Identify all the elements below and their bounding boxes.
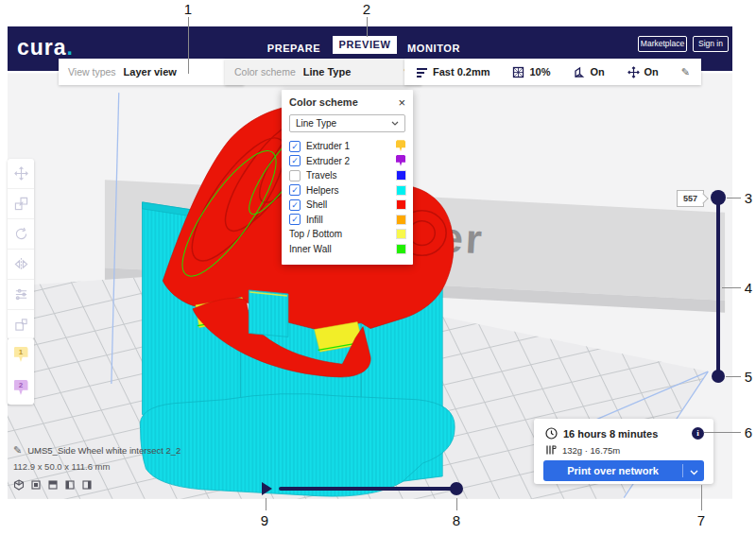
rotate-tool-icon [14, 227, 28, 241]
model-cube [249, 290, 288, 337]
mirror-tool-button[interactable] [8, 249, 34, 279]
model-name: UMS5_Side Wheel white intersect 2_2 [27, 445, 180, 456]
view-3d-icon [13, 479, 25, 491]
material-spool-icon [545, 444, 557, 456]
popup-row-extruder2: ✓ Extruder 2 [289, 154, 405, 169]
move-tool-button[interactable] [8, 159, 34, 188]
travels-checkbox[interactable] [289, 170, 301, 181]
rotate-tool-button[interactable] [8, 218, 34, 249]
view-right-icon [81, 479, 93, 491]
helpers-checkbox[interactable]: ✓ [289, 184, 301, 196]
scale-tool-icon [14, 197, 28, 211]
layer-slider-upper-handle[interactable] [711, 190, 726, 205]
infill-icon [512, 66, 524, 78]
callout-1: 1 [184, 1, 192, 17]
extruder-1-drop-icon: 1 [14, 347, 28, 364]
extruder-panel: 1 2 [8, 338, 34, 405]
shell-label: Shell [306, 199, 391, 210]
callout-3: 3 [745, 190, 752, 206]
inner-wall-swatch [397, 245, 405, 253]
callout-4: 4 [745, 280, 752, 296]
callout-9-line [266, 498, 266, 510]
popup-row-extruder1: ✓ Extruder 1 [289, 139, 405, 154]
top-bottom-label: Top / Bottom [289, 229, 391, 239]
edit-settings-pencil-icon[interactable]: ✎ [681, 66, 690, 78]
callout-6-line [704, 432, 741, 433]
print-settings-card[interactable]: Fast 0.2mm 10% On On ✎ [404, 59, 701, 85]
layer-number-label: 557 [677, 190, 704, 207]
mirror-tool-icon [14, 257, 28, 271]
tool-panel [8, 159, 34, 339]
popup-title: Color scheme [289, 96, 398, 108]
scale-tool-button[interactable] [8, 188, 34, 218]
extruder2-checkbox[interactable]: ✓ [289, 155, 301, 166]
shell-checkbox[interactable]: ✓ [289, 199, 301, 211]
print-job-panel: 16 hours 8 minutes 132g · 16.75m i Print… [534, 419, 713, 484]
view-types-label: View types [68, 66, 116, 78]
material-usage: 132g · 16.75m [562, 445, 620, 456]
callout-1-line [188, 17, 189, 74]
simulation-slider-handle[interactable] [450, 482, 463, 495]
extruder-2-drop-icon: 2 [14, 380, 28, 397]
layer-slider-track[interactable] [716, 198, 720, 376]
color-scheme-card[interactable]: Color scheme Line Type ✎ [225, 59, 421, 85]
support-blocker-tool-button[interactable] [8, 309, 34, 339]
marketplace-button[interactable]: Marketplace [638, 36, 687, 52]
helpers-label: Helpers [306, 185, 391, 196]
view-front-button[interactable] [30, 479, 42, 491]
top-bottom-swatch [397, 230, 405, 238]
infill-swatch [397, 216, 405, 224]
simulation-slider-track[interactable] [279, 487, 456, 491]
helpers-swatch [397, 186, 405, 195]
color-scheme-popup: Color scheme × Line Type ✓ Extruder 1 ✓ … [282, 90, 413, 265]
popup-row-inner-wall: Inner Wall [289, 242, 405, 257]
callout-4-line [722, 287, 741, 288]
adhesion-icon [627, 66, 640, 78]
callout-7: 7 [697, 512, 705, 528]
view-3d-button[interactable] [13, 479, 25, 491]
view-top-button[interactable] [47, 479, 59, 491]
callout-8-line [456, 498, 457, 510]
print-settings-infill: 10% [512, 66, 550, 78]
infill-label: Infill [306, 215, 391, 225]
travels-swatch [397, 171, 405, 180]
per-model-settings-tool-button[interactable] [8, 279, 34, 309]
color-scheme-value: Line Type [303, 66, 352, 78]
support-icon [573, 66, 585, 78]
extruder-2-button[interactable]: 2 [8, 371, 34, 405]
print-time: 16 hours 8 minutes [563, 428, 658, 440]
extruder-1-button[interactable]: 1 [8, 338, 34, 371]
print-target-chevron[interactable] [683, 462, 704, 479]
view-types-card[interactable]: View types Layer view ‹ [59, 59, 244, 85]
support-blocker-icon [14, 318, 28, 332]
print-over-network-button[interactable]: Print over network [543, 460, 704, 481]
infill-checkbox[interactable]: ✓ [289, 214, 301, 225]
view-right-button[interactable] [81, 479, 93, 491]
extruder1-checkbox[interactable]: ✓ [289, 141, 301, 152]
view-left-icon [64, 479, 76, 491]
extruder2-swatch [396, 155, 405, 167]
tab-preview[interactable]: PREVIEW [333, 36, 397, 54]
callout-6: 6 [745, 424, 752, 440]
rename-pencil-icon[interactable]: ✎ [13, 444, 22, 457]
extruder2-label: Extruder 2 [306, 156, 390, 166]
close-icon[interactable]: × [398, 97, 405, 108]
callout-2: 2 [363, 1, 370, 17]
clock-icon [545, 427, 558, 440]
line-type-dropdown[interactable]: Line Type [289, 114, 405, 132]
cura-logo-dot: . [67, 35, 74, 60]
popup-row-infill: ✓ Infill [289, 213, 405, 228]
print-settings-profile: Fast 0.2mm [416, 66, 490, 78]
simulation-play-button[interactable] [262, 482, 272, 495]
info-icon[interactable]: i [692, 427, 704, 440]
color-scheme-label: Color scheme [234, 66, 296, 78]
layer-slider-lower-handle[interactable] [712, 370, 725, 383]
model-info: ✎ UMS5_Side Wheel white intersect 2_2 11… [13, 444, 180, 491]
callout-8: 8 [453, 512, 460, 528]
callout-9: 9 [261, 512, 268, 528]
view-left-button[interactable] [64, 479, 76, 491]
signin-button[interactable]: Sign in [693, 36, 729, 52]
cura-logo: cura. [17, 35, 74, 60]
shell-swatch [397, 200, 405, 209]
chevron-down-icon [690, 470, 698, 475]
